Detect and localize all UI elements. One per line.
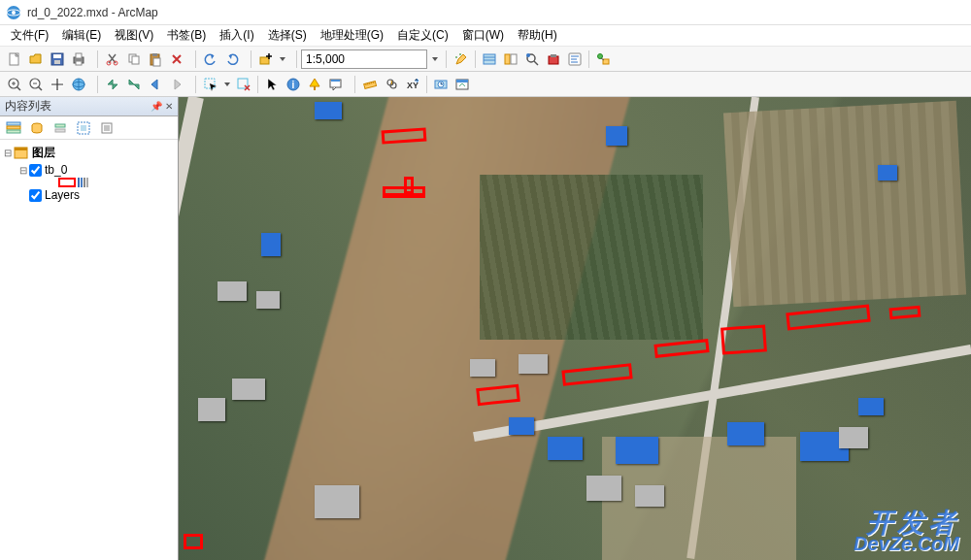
scale-dropdown[interactable] (428, 49, 442, 70)
viewer-window-button[interactable] (452, 74, 473, 95)
add-data-button[interactable] (255, 49, 277, 70)
python-button[interactable] (564, 49, 586, 70)
toc-title: 内容列表 (5, 98, 51, 115)
goto-xy-button[interactable]: XY (402, 74, 423, 95)
toc-list-by-visibility[interactable] (50, 118, 70, 138)
toc-pin-icon[interactable]: 📌 (151, 101, 162, 112)
delete-button[interactable] (166, 49, 187, 70)
toc-list-by-drawing-order[interactable] (4, 118, 23, 138)
hyperlink-button[interactable] (304, 74, 325, 95)
map-view[interactable]: 开发者 DevZe.CoM (179, 97, 971, 560)
red-polygon-overlay (404, 177, 414, 194)
copy-button[interactable] (123, 49, 145, 70)
svg-rect-17 (260, 57, 269, 64)
svg-rect-55 (55, 129, 65, 132)
menu-file[interactable]: 文件(F) (4, 25, 55, 46)
redo-button[interactable] (221, 49, 243, 70)
expand-icon[interactable]: ⊟ (2, 148, 14, 158)
layer-label-tb0: tb_0 (45, 163, 67, 177)
menu-bookmarks[interactable]: 书签(B) (160, 25, 213, 46)
print-button[interactable] (68, 49, 89, 70)
tree-root[interactable]: ⊟ 图层 (2, 144, 176, 162)
back-extent-button[interactable] (145, 74, 166, 95)
forward-extent-button[interactable] (166, 74, 187, 95)
toc-list-by-selection[interactable] (74, 118, 93, 138)
tree-layer-tb0[interactable]: ⊟ tb_0 (2, 162, 176, 178)
red-polygon-overlay (720, 324, 767, 354)
toc-tree: ⊟ 图层 ⊟ tb_0 Layers (0, 140, 178, 560)
svg-point-18 (455, 56, 457, 58)
svg-rect-51 (7, 126, 20, 129)
pan-button[interactable] (47, 74, 68, 95)
toc-options[interactable] (97, 118, 117, 138)
menu-selection[interactable]: 选择(S) (261, 25, 314, 46)
svg-point-19 (459, 53, 461, 55)
svg-rect-16 (153, 58, 160, 66)
menu-window[interactable]: 窗口(W) (455, 25, 511, 46)
cut-button[interactable] (102, 49, 123, 70)
toc-close-icon[interactable]: ✕ (165, 101, 173, 112)
window-title: rd_0_2022.mxd - ArcMap (27, 6, 158, 19)
menu-view[interactable]: 视图(V) (108, 25, 160, 46)
svg-rect-8 (76, 53, 82, 58)
menu-help[interactable]: 帮助(H) (511, 25, 564, 46)
building-feature (586, 476, 621, 501)
scale-input[interactable] (301, 49, 427, 69)
building-feature (261, 233, 281, 256)
layer-checkbox-tb0[interactable] (29, 164, 42, 177)
fixed-zoom-out-button[interactable] (123, 74, 145, 95)
add-data-dropdown[interactable] (277, 49, 288, 70)
building-feature (839, 427, 868, 448)
catalog-button[interactable] (500, 49, 521, 70)
standard-toolbar (0, 47, 971, 72)
clear-selection-button[interactable] (233, 74, 254, 95)
html-popup-button[interactable] (325, 74, 347, 95)
editor-toolbar-button[interactable] (451, 49, 472, 70)
polygon-symbol-icon (58, 178, 76, 187)
building-feature (616, 437, 658, 464)
model-builder-button[interactable] (592, 49, 614, 70)
new-button[interactable] (4, 49, 25, 70)
menu-bar: 文件(F) 编辑(E) 视图(V) 书签(B) 插入(I) 选择(S) 地理处理… (0, 25, 971, 47)
open-button[interactable] (25, 49, 47, 70)
table-of-contents-button[interactable] (479, 49, 500, 70)
tools-toolbar: i XY (0, 72, 971, 97)
undo-button[interactable] (200, 49, 221, 70)
building-feature (198, 398, 225, 421)
building-feature (519, 354, 548, 374)
search-button[interactable] (521, 49, 543, 70)
layer-checkbox-layers[interactable] (29, 189, 42, 202)
select-features-button[interactable] (200, 74, 221, 95)
building-feature (635, 485, 664, 507)
fixed-zoom-in-button[interactable] (102, 74, 123, 95)
toc-list-by-source[interactable] (27, 118, 47, 138)
find-button[interactable] (381, 74, 402, 95)
zoom-out-button[interactable] (25, 74, 47, 95)
menu-customize[interactable]: 自定义(C) (390, 25, 455, 46)
toc-header: 内容列表 📌 ✕ (0, 97, 178, 116)
expand-icon[interactable]: ⊟ (17, 165, 29, 176)
raster-symbol-icon (78, 178, 88, 187)
svg-rect-57 (81, 125, 86, 131)
toc-toolbar (0, 116, 178, 140)
save-button[interactable] (47, 49, 68, 70)
full-extent-button[interactable] (68, 74, 89, 95)
arctoolbox-button[interactable] (543, 49, 564, 70)
paste-button[interactable] (145, 49, 166, 70)
tree-layer-layers[interactable]: Layers (2, 187, 176, 203)
pointer-button[interactable] (261, 74, 283, 95)
zoom-in-button[interactable] (4, 74, 25, 95)
time-slider-button[interactable] (430, 74, 452, 95)
identify-button[interactable]: i (283, 74, 304, 95)
layer-symbol-tb0[interactable] (2, 178, 176, 187)
field-feature (723, 101, 966, 307)
svg-rect-20 (484, 54, 495, 64)
measure-button[interactable] (359, 74, 381, 95)
menu-insert[interactable]: 插入(I) (213, 25, 260, 46)
select-features-dropdown[interactable] (221, 74, 233, 95)
svg-rect-13 (132, 56, 139, 64)
svg-rect-60 (15, 148, 27, 150)
menu-geoprocessing[interactable]: 地理处理(G) (314, 25, 390, 46)
red-polygon-overlay (184, 534, 203, 549)
menu-edit[interactable]: 编辑(E) (55, 25, 108, 46)
